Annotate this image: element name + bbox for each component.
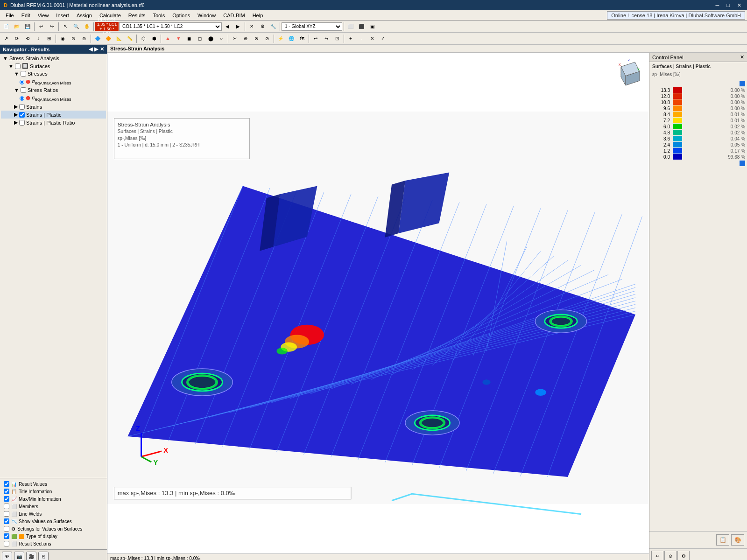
- nav-result-sections-check[interactable]: [4, 541, 9, 546]
- view-combo[interactable]: 1 - Global XYZ: [282, 22, 342, 31]
- cp-btn1[interactable]: 📋: [716, 534, 729, 546]
- menu-insert[interactable]: Insert: [52, 12, 73, 19]
- tb2-13[interactable]: ⬡: [138, 34, 148, 43]
- tb2-2[interactable]: ⟳: [12, 34, 22, 43]
- tb2-27[interactable]: 🗺: [297, 34, 307, 43]
- tb2-24[interactable]: ⊘: [262, 34, 272, 43]
- tb2-12[interactable]: 📏: [125, 34, 135, 43]
- nav-footer-btn3[interactable]: 🎥: [26, 552, 36, 560]
- cp-tool2[interactable]: ⊙: [664, 551, 677, 560]
- next-result[interactable]: ▶: [233, 22, 243, 31]
- tb2-29[interactable]: ↪: [321, 34, 331, 43]
- redo-button[interactable]: ↪: [47, 22, 57, 31]
- pan-button[interactable]: ✋: [82, 22, 92, 31]
- nav-line-welds-check[interactable]: [4, 511, 9, 517]
- menu-help[interactable]: Help: [249, 12, 267, 19]
- menu-view[interactable]: View: [34, 12, 53, 19]
- cp-close-icon[interactable]: ✕: [740, 54, 744, 60]
- tb2-32[interactable]: -: [356, 34, 366, 43]
- nav-surfaces[interactable]: ▼ 🔲 Surfaces: [1, 62, 106, 70]
- menu-file[interactable]: File: [2, 12, 18, 19]
- nav-stresses[interactable]: ▼ Stresses: [1, 70, 106, 77]
- nav-type-display-check[interactable]: [4, 533, 9, 539]
- nav-stresses-check[interactable]: [21, 71, 26, 77]
- menu-cad-bim[interactable]: CAD-BIM: [219, 12, 248, 19]
- tb2-26[interactable]: 🌐: [286, 34, 296, 43]
- nav-strains-plastic-ratio-check[interactable]: [19, 120, 25, 126]
- menu-window[interactable]: Window: [194, 12, 219, 19]
- nav-strains-plastic[interactable]: ▶ Strains | Plastic: [1, 111, 106, 119]
- tb2-34[interactable]: ✓: [378, 34, 388, 43]
- tb2-23[interactable]: ⊗: [251, 34, 261, 43]
- nav-strains-plastic-check[interactable]: [19, 112, 25, 118]
- nav-strains[interactable]: ▶ Strains: [1, 103, 106, 111]
- open-button[interactable]: 📂: [12, 22, 22, 31]
- nav-stress-ratios-mises-radio[interactable]: [20, 96, 24, 101]
- save-button[interactable]: 💾: [22, 22, 33, 31]
- tb2-16[interactable]: 🔻: [173, 34, 183, 43]
- nav-root[interactable]: ▼ Stress-Strain Analysis: [1, 55, 106, 62]
- nav-result-values[interactable]: 📊 Result Values: [2, 480, 105, 488]
- nav-stress-ratios-mises[interactable]: 🔴 σeqv,max,von Mises: [1, 94, 106, 103]
- new-button[interactable]: 📄: [1, 22, 11, 31]
- tb2-14[interactable]: ⬢: [149, 34, 159, 43]
- undo-button[interactable]: ↩: [36, 22, 46, 31]
- view-btn2[interactable]: ⬛: [356, 22, 366, 31]
- menu-options[interactable]: Options: [169, 12, 194, 19]
- tb2-8[interactable]: ⊚: [79, 34, 89, 43]
- nav-result-sections[interactable]: ⬜ Result Sections: [2, 540, 105, 547]
- orientation-cube[interactable]: X Y Z: [612, 57, 644, 90]
- tb2-11[interactable]: 📐: [114, 34, 124, 43]
- zoom-button[interactable]: 🔍: [71, 22, 81, 31]
- cp-tool1[interactable]: ↩: [651, 551, 663, 560]
- tb2-30[interactable]: ⊡: [332, 34, 342, 43]
- nav-maxmin-info[interactable]: 📈 Max/Min Information: [2, 495, 105, 503]
- nav-title-info-check[interactable]: [4, 489, 9, 494]
- nav-stress-mises-radio[interactable]: [20, 80, 24, 84]
- nav-show-values[interactable]: 📉 Show Values on Surfaces: [2, 518, 105, 525]
- tools-btn3[interactable]: 🔧: [268, 22, 278, 31]
- nav-footer-btn2[interactable]: 📷: [14, 552, 24, 560]
- tb2-17[interactable]: ◼: [184, 34, 194, 43]
- nav-type-display[interactable]: 🟩 🟧 Type of display: [2, 532, 105, 540]
- tb2-9[interactable]: 🔷: [92, 34, 103, 43]
- select-button[interactable]: ↖: [60, 22, 70, 31]
- nav-line-welds[interactable]: ⬜ Line Welds: [2, 510, 105, 518]
- viewport-3d[interactable]: X Y Z Stress-Strain Analysis Surfaces | …: [107, 53, 649, 560]
- tb2-18[interactable]: ◻: [195, 34, 205, 43]
- nav-title-info[interactable]: 📋 Title Information: [2, 488, 105, 495]
- tb2-6[interactable]: ◉: [57, 34, 68, 43]
- cp-tool3[interactable]: ⚙: [677, 551, 690, 560]
- nav-footer-btn4[interactable]: ⎘: [38, 552, 49, 560]
- tb2-5[interactable]: ⊞: [44, 34, 54, 43]
- nav-members[interactable]: ⬜ Members: [2, 503, 105, 510]
- nav-maxmin-info-check[interactable]: [4, 496, 9, 502]
- menu-results[interactable]: Results: [125, 12, 149, 19]
- nav-strains-plastic-ratio[interactable]: ▶ Strains | Plastic Ratio: [1, 119, 106, 126]
- tb2-31[interactable]: +: [345, 34, 356, 43]
- nav-back-btn[interactable]: ◀: [89, 46, 92, 52]
- nav-settings-values[interactable]: ⚙ Settings for Values on Surfaces: [2, 525, 105, 532]
- nav-stress-ratios-check[interactable]: [21, 87, 26, 93]
- nav-strains-check[interactable]: [19, 104, 25, 110]
- cp-btn2[interactable]: 🎨: [731, 534, 744, 546]
- tb2-4[interactable]: ↕: [33, 34, 43, 43]
- close-button[interactable]: ✕: [735, 2, 743, 8]
- tb2-15[interactable]: 🔺: [162, 34, 173, 43]
- tb2-1[interactable]: ↗: [1, 34, 11, 43]
- render-button[interactable]: ULS CO1 1.35 * LC1 + 1.50 * LC2: [95, 22, 119, 31]
- tb2-25[interactable]: ⚡: [275, 34, 286, 43]
- tb2-22[interactable]: ⊕: [240, 34, 251, 43]
- tb2-21[interactable]: ✂: [230, 34, 240, 43]
- nav-fwd-btn[interactable]: ▶: [94, 46, 98, 52]
- menu-tools[interactable]: Tools: [149, 12, 169, 19]
- tools-btn2[interactable]: ⚙: [257, 22, 268, 31]
- nav-show-values-check[interactable]: [4, 518, 9, 524]
- load-combo[interactable]: CO1 1.35 * LC1 + 1.50 * LC2: [119, 22, 222, 31]
- nav-stress-ratios[interactable]: ▼ Stress Ratios: [1, 86, 106, 94]
- tb2-10[interactable]: 🔶: [103, 34, 113, 43]
- tb2-19[interactable]: ⬤: [205, 34, 216, 43]
- nav-stress-mises[interactable]: 🔴 σeqv,max,von Mises: [1, 77, 106, 86]
- minimize-button[interactable]: ─: [714, 2, 721, 8]
- tb2-7[interactable]: ⊙: [68, 34, 78, 43]
